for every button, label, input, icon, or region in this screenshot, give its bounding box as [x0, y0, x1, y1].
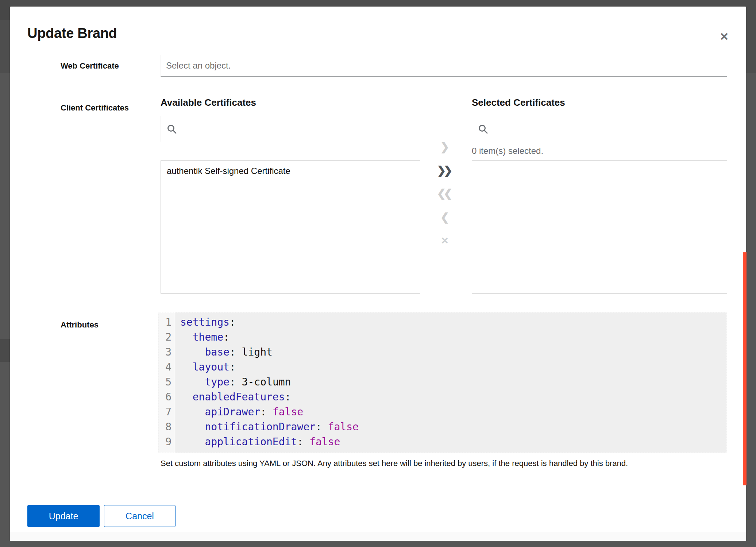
move-all-right-button[interactable]: ❯❯	[436, 162, 454, 179]
attributes-code-editor[interactable]: 1 settings: 2 theme: 3 base: light 4 lay…	[158, 312, 727, 453]
attributes-label: Attributes	[61, 320, 99, 330]
list-item-certificate[interactable]: authentik Self-signed Certificate	[161, 161, 420, 181]
available-certificates-list[interactable]: authentik Self-signed Certificate	[161, 160, 420, 294]
selected-certificates-list[interactable]	[472, 160, 727, 294]
update-brand-dialog: Update Brand ✕ Web Certificate Client Ce…	[10, 7, 746, 541]
footer-strip	[10, 532, 746, 541]
update-button[interactable]: Update	[27, 505, 100, 527]
double-chevron-right-icon: ❯❯	[437, 164, 452, 177]
selected-certificates-heading: Selected Certificates	[472, 97, 565, 108]
line-number: 7	[158, 404, 175, 419]
code-line: 7 apiDrawer: false	[158, 404, 727, 419]
dialog-title: Update Brand	[27, 26, 117, 41]
code-line: 4 layout:	[158, 360, 727, 375]
close-button[interactable]: ✕	[716, 28, 733, 45]
overlay-topleft-block	[0, 0, 10, 20]
code-line: 8 notificationDrawer: false	[158, 419, 727, 434]
cancel-button[interactable]: Cancel	[104, 505, 176, 527]
selected-search-input[interactable]	[472, 116, 727, 142]
web-certificate-label: Web Certificate	[61, 61, 119, 71]
code-line: 9 applicationEdit: false	[158, 434, 727, 449]
overlay-left-block	[0, 339, 10, 362]
line-number: 9	[158, 434, 175, 449]
line-number: 8	[158, 419, 175, 434]
code-line: 6 enabledFeatures:	[158, 389, 727, 404]
chevron-left-icon: ❮	[440, 211, 449, 224]
cross-icon: ✕	[441, 235, 449, 247]
available-certificates-heading: Available Certificates	[161, 97, 256, 108]
code-line: 3 base: light	[158, 345, 727, 360]
line-number: 3	[158, 345, 175, 360]
accent-bar	[743, 252, 747, 485]
available-search-input[interactable]	[161, 116, 420, 142]
clear-selection-button[interactable]: ✕	[436, 232, 454, 249]
move-selected-right-button[interactable]: ❯	[436, 138, 454, 155]
chevron-right-icon: ❯	[440, 140, 449, 153]
move-selected-left-button[interactable]: ❮	[436, 208, 454, 226]
line-number: 2	[158, 330, 175, 345]
move-all-left-button[interactable]: ❮❮	[436, 185, 454, 202]
close-icon: ✕	[720, 30, 729, 43]
double-chevron-left-icon: ❮❮	[437, 187, 452, 200]
code-line: 1 settings:	[158, 315, 727, 330]
line-number: 5	[158, 375, 175, 389]
attributes-help-text: Set custom attributes using YAML or JSON…	[161, 459, 722, 468]
line-number: 4	[158, 360, 175, 375]
selected-count-status: 0 item(s) selected.	[472, 146, 543, 156]
line-number: 6	[158, 389, 175, 404]
web-certificate-input[interactable]	[161, 55, 727, 77]
line-number: 1	[158, 315, 175, 330]
code-line: 2 theme:	[158, 330, 727, 345]
client-certificates-label: Client Certificates	[61, 103, 129, 113]
selected-search	[472, 116, 727, 142]
code-line: 5 type: 3-column	[158, 375, 727, 389]
available-search	[161, 116, 420, 142]
